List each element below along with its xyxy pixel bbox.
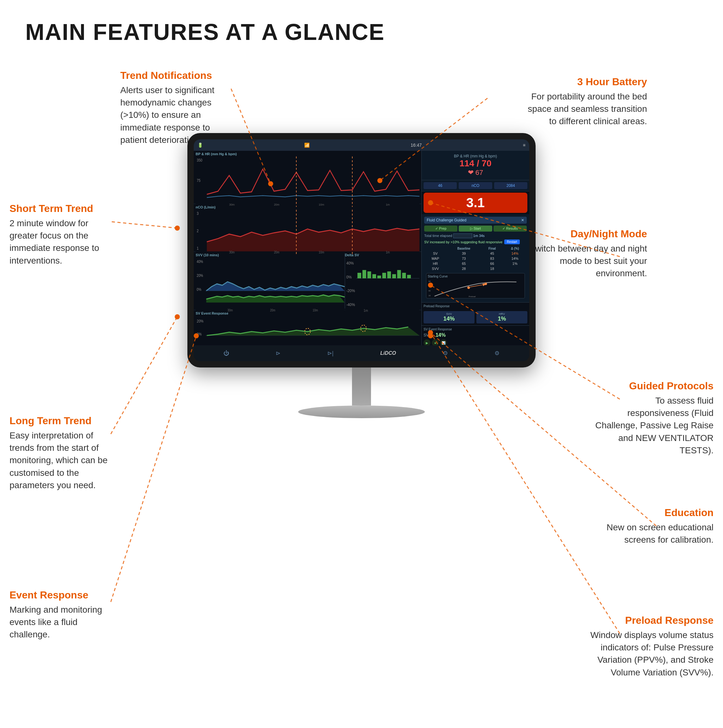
education-label: Education	[593, 507, 714, 518]
settings2-icon[interactable]: ⚙	[494, 350, 500, 357]
svg-rect-48	[345, 258, 419, 313]
event-response-display: SV Event Response SV ▲ 14% ▶ ● 📊	[422, 325, 529, 345]
svg-text:48: 48	[428, 285, 431, 287]
nco-display: 46 nCO 2084	[422, 180, 529, 191]
svg-line-4	[111, 317, 177, 434]
er-play-icon[interactable]: ▶	[424, 339, 430, 345]
preload-response-label: Preload Response	[581, 615, 714, 626]
fc-step-start[interactable]: ▷ Start	[459, 226, 492, 232]
table-row-svv: SVV 28 18	[424, 266, 527, 271]
guided-protocols-desc: To assess fluid responsiveness (Fluid Ch…	[593, 395, 714, 456]
long-term-trend-label: Long Term Trend	[9, 415, 117, 427]
final-hr: 66	[481, 261, 503, 266]
svg-text:20%: 20%	[197, 273, 203, 278]
battery-icon: 🔋	[198, 142, 203, 148]
long-term-trend-desc: Easy interpretation of trends from the s…	[9, 429, 117, 491]
play-icon[interactable]: ⊳	[276, 350, 281, 357]
svg-line-7	[111, 336, 196, 602]
fc-time-input[interactable]	[453, 234, 472, 238]
svv-box: SVV 14%	[424, 311, 474, 323]
chart-delta-sv-title: Delta SV	[345, 253, 419, 257]
preload-response-desc: Window displays volume status indicators…	[581, 629, 714, 679]
monitor-bottom-bar: ⏻ ⊳ ⊳| LiDCO ⚙ ⚙	[194, 345, 529, 361]
param-svv: SVV	[424, 266, 447, 271]
chart-bp-hr-title: BP & HR (mm Hg & bpm)	[196, 152, 419, 156]
power-icon[interactable]: ⏻	[223, 350, 229, 357]
trend-notifications-label: Trend Notifications	[120, 70, 234, 81]
svg-rect-18	[196, 156, 419, 207]
svv-box-label: SVV	[425, 312, 473, 315]
svg-text:2: 2	[197, 229, 199, 233]
final-map: 83	[481, 256, 503, 261]
er-sv-display: SV ▲ 14%	[424, 332, 527, 338]
svg-rect-56	[367, 272, 371, 278]
page-title: MAIN FEATURES AT A GLANCE	[0, 0, 723, 58]
chart-delta-sv: Delta SV 40% 0% -20% -40%	[345, 253, 419, 309]
table-row-hr: HR 65 66 1%	[424, 261, 527, 266]
hr-value: ❤ 67	[425, 168, 526, 177]
guided-protocols-label: Guided Protocols	[593, 380, 714, 392]
param-sv: SV	[424, 251, 447, 256]
svg-text:40: 40	[428, 289, 431, 292]
chart-nco-svg: 3 2 1 30m 20m 10m 1m	[196, 210, 419, 255]
svg-text:3: 3	[197, 212, 199, 216]
param-hr: HR	[424, 261, 447, 266]
chart-sv-event-title: SV Event Response	[196, 311, 419, 315]
monitor-stand-base	[298, 405, 425, 418]
fc-header: Fluid Challenge Guided ✕	[424, 217, 527, 224]
final-svv: 18	[481, 266, 503, 271]
hrv-box-value: 1%	[478, 315, 526, 322]
preload-label: Preload Response	[424, 304, 527, 308]
svg-rect-59	[382, 273, 386, 278]
svg-text:0%: 0%	[197, 332, 201, 336]
delta-map: 14%	[503, 256, 527, 261]
preload-response-annotation: Preload Response Window displays volume …	[581, 615, 714, 679]
menu-icon[interactable]: ≡	[523, 142, 525, 148]
svg-text:40%: 40%	[346, 261, 354, 266]
chart-bp-hr: BP & HR (mm Hg & bpm) 350 75	[194, 151, 421, 204]
short-term-trend-annotation: Short Term Trend 2 minute window for gre…	[9, 203, 111, 267]
clock: 16:47	[410, 142, 422, 148]
starling-curve-svg: 56 48 40 16 Preload	[428, 279, 523, 298]
forward-icon[interactable]: ⊳|	[327, 350, 334, 357]
svg-text:1: 1	[197, 246, 199, 250]
monitor-stand-neck	[352, 367, 371, 405]
monitor-screen: 🔋 📶 16:47 ≡ BP & HR (mm Hg & bpm) 350	[194, 139, 529, 361]
battery-annotation: 3 Hour Battery For portability around th…	[527, 76, 647, 128]
col-param	[424, 246, 447, 251]
guided-protocols-annotation: Guided Protocols To assess fluid respons…	[593, 380, 714, 456]
education-annotation: Education New on screen educational scre…	[593, 507, 714, 546]
er-sv-value: 14%	[436, 332, 446, 338]
bp-display: BP & HR (mm Hg & bpm) 114 / 70 ❤ 67	[422, 151, 529, 180]
baseline-svv: 28	[447, 266, 481, 271]
restart-button[interactable]: Restart	[504, 240, 519, 244]
settings-icon[interactable]: ⚙	[443, 350, 448, 357]
er-chart-icon[interactable]: 📊	[440, 339, 447, 345]
er-circle-icon[interactable]: ●	[432, 339, 439, 345]
bp-label: BP & HR (mm Hg & bpm)	[425, 154, 526, 158]
chart-svv-delta: SVV (10 mins) 40% 20% 0%	[194, 252, 421, 310]
table-row-map: MAP 73 83 14%	[424, 256, 527, 261]
chart-nco: nCO (L/min) 3 2 1 30m 20m	[194, 204, 421, 252]
nco-label: nCO	[459, 182, 492, 189]
svg-text:Preload: Preload	[468, 295, 476, 297]
svg-rect-55	[363, 270, 366, 278]
svg-text:-40%: -40%	[346, 303, 355, 307]
svg-line-2	[112, 222, 177, 228]
fc-step-results[interactable]: ✓ Results	[494, 226, 527, 232]
event-response-label: Event Response	[9, 589, 117, 601]
svg-point-85	[484, 283, 487, 285]
fc-close-icon[interactable]: ✕	[521, 218, 524, 222]
day-night-annotation: Day/Night Mode Switch between day and ni…	[527, 228, 647, 280]
monitor-top-bar: 🔋 📶 16:47 ≡	[194, 139, 529, 151]
education-desc: New on screen educational screens for ca…	[593, 521, 714, 546]
day-night-label: Day/Night Mode	[527, 228, 647, 240]
chart-svv-svg: 40% 20% 0% 30m 20	[196, 258, 345, 313]
chart-nco-title: nCO (L/min)	[196, 205, 419, 209]
lidco-logo: LiDCO	[380, 350, 396, 356]
monitor-outer: 🔋 📶 16:47 ≡ BP & HR (mm Hg & bpm) 350	[188, 133, 535, 367]
fc-step-prep[interactable]: ✓ Prep	[424, 226, 458, 232]
er-label: SV Event Response	[424, 327, 527, 331]
fc-sv-msg: SV increased by >10% suggesting fluid re…	[424, 240, 527, 244]
svg-point-84	[467, 286, 470, 289]
